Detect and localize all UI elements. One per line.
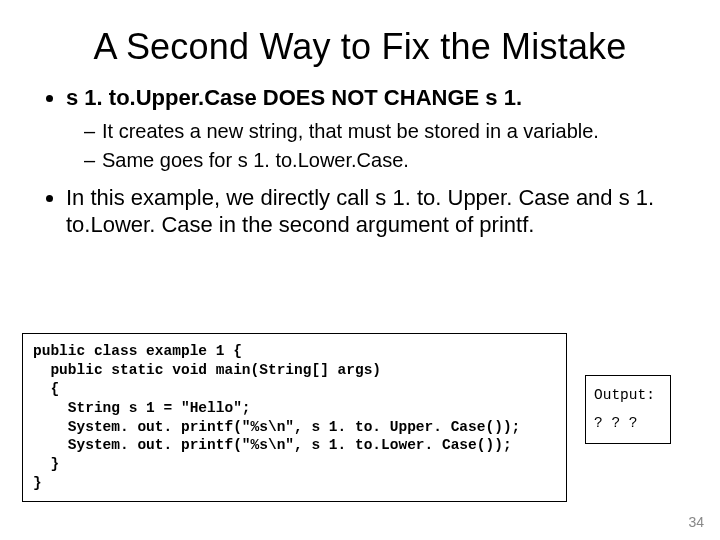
bullet-2: In this example, we directly call s 1. t… bbox=[66, 184, 684, 239]
sub-bullet-1: It creates a new string, that must be st… bbox=[84, 118, 684, 145]
sub-bullet-2: Same goes for s 1. to.Lower.Case. bbox=[84, 147, 684, 174]
bullet-1: s 1. to.Upper.Case DOES NOT CHANGE s 1. … bbox=[66, 84, 684, 174]
output-value: ? ? ? bbox=[594, 410, 662, 438]
sub-bullet-list: It creates a new string, that must be st… bbox=[66, 118, 684, 174]
bullet-list: s 1. to.Upper.Case DOES NOT CHANGE s 1. … bbox=[44, 84, 684, 239]
output-label: Output: bbox=[594, 382, 662, 410]
output-box: Output: ? ? ? bbox=[585, 375, 671, 444]
bullet-1-text: s 1. to.Upper.Case DOES NOT CHANGE s 1. bbox=[66, 85, 522, 110]
code-area: public class example 1 { public static v… bbox=[22, 333, 671, 502]
code-box: public class example 1 { public static v… bbox=[22, 333, 567, 502]
slide-title: A Second Way to Fix the Mistake bbox=[36, 26, 684, 68]
page-number: 34 bbox=[688, 514, 704, 530]
slide: A Second Way to Fix the Mistake s 1. to.… bbox=[0, 0, 720, 540]
